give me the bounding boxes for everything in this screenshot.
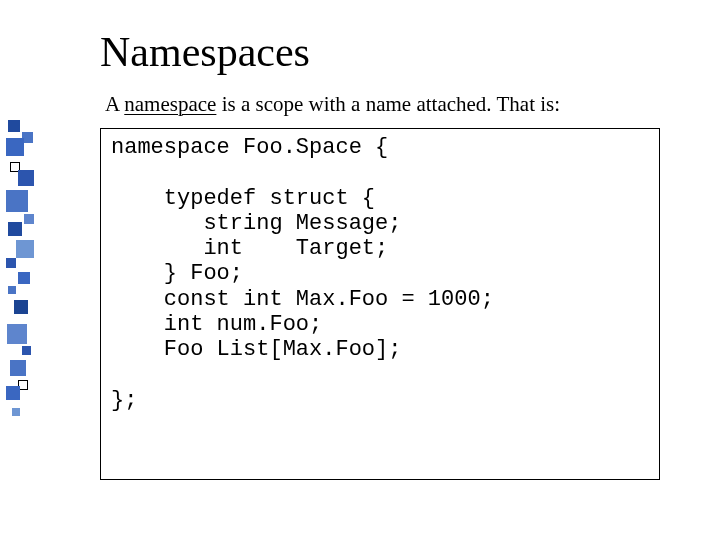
desc-underlined-term: namespace bbox=[124, 92, 216, 116]
deco-square bbox=[6, 190, 28, 212]
deco-square bbox=[6, 138, 24, 156]
deco-square bbox=[24, 214, 34, 224]
deco-square bbox=[18, 272, 30, 284]
deco-square bbox=[10, 360, 26, 376]
desc-suffix: is a scope with a name attached. That is… bbox=[216, 92, 560, 116]
slide-title: Namespaces bbox=[100, 28, 310, 76]
deco-square bbox=[14, 300, 28, 314]
deco-square bbox=[16, 240, 34, 258]
code-snippet: namespace Foo.Space { typedef struct { s… bbox=[111, 135, 649, 413]
code-box: namespace Foo.Space { typedef struct { s… bbox=[100, 128, 660, 480]
deco-square bbox=[7, 324, 27, 344]
deco-square bbox=[18, 170, 34, 186]
slide-description: A namespace is a scope with a name attac… bbox=[105, 92, 560, 117]
deco-square bbox=[8, 286, 16, 294]
decorative-squares bbox=[0, 0, 46, 540]
deco-square bbox=[8, 222, 22, 236]
deco-square bbox=[22, 346, 31, 355]
deco-square bbox=[6, 258, 16, 268]
deco-square bbox=[6, 386, 20, 400]
slide: Namespaces A namespace is a scope with a… bbox=[0, 0, 720, 540]
desc-prefix: A bbox=[105, 92, 124, 116]
deco-square bbox=[12, 408, 20, 416]
deco-square bbox=[8, 120, 20, 132]
